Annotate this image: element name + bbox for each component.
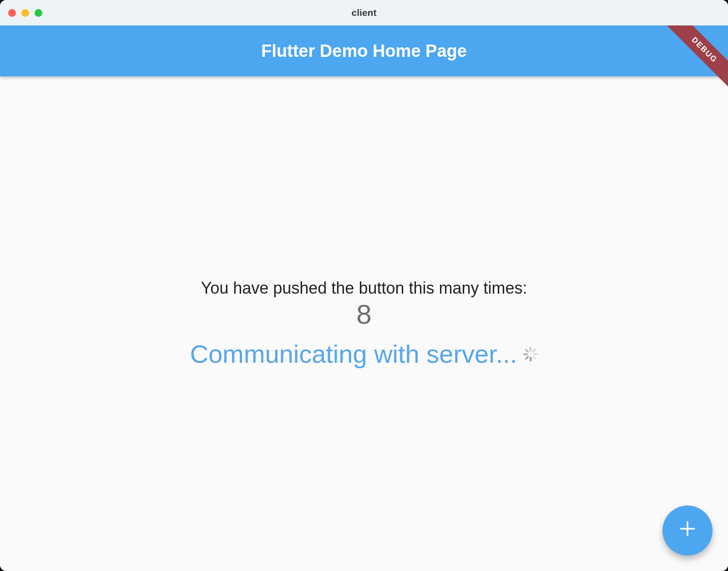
- window-minimize-button[interactable]: [21, 9, 29, 17]
- plus-icon: [677, 519, 698, 542]
- loading-spinner-icon: [523, 347, 538, 361]
- counter-description: You have pushed the button this many tim…: [201, 279, 527, 298]
- increment-fab[interactable]: [662, 506, 713, 556]
- app-body: DEBUG Flutter Demo Home Page You have pu…: [0, 25, 728, 571]
- app-window: client DEBUG Flutter Demo Home Page You …: [0, 0, 728, 571]
- counter-value: 8: [356, 299, 371, 330]
- window-titlebar[interactable]: client: [0, 0, 728, 25]
- app-bar-title: Flutter Demo Home Page: [261, 41, 467, 61]
- status-text: Communicating with server...: [190, 339, 517, 369]
- app-bar: Flutter Demo Home Page: [0, 25, 728, 76]
- main-content: You have pushed the button this many tim…: [0, 76, 728, 571]
- window-close-button[interactable]: [8, 9, 16, 17]
- status-row: Communicating with server...: [190, 339, 538, 369]
- window-title: client: [352, 7, 377, 18]
- window-maximize-button[interactable]: [35, 9, 42, 17]
- traffic-lights: [8, 9, 42, 17]
